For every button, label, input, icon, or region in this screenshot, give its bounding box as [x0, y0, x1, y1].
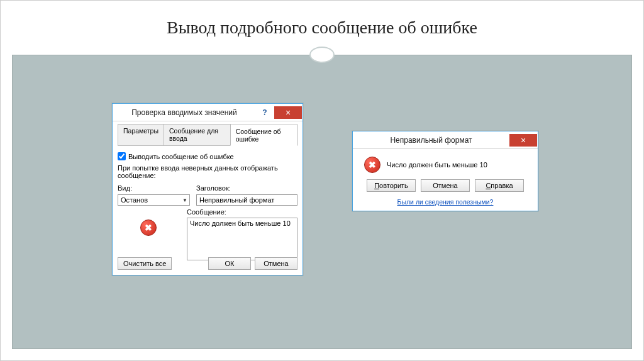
- cancel-button[interactable]: Отмена: [255, 257, 297, 270]
- message-textarea[interactable]: Число должен быть меньше 10: [187, 218, 297, 260]
- error-icon: [364, 157, 380, 173]
- feedback-link[interactable]: Были ли сведения полезными?: [397, 198, 494, 206]
- type-select[interactable]: [118, 194, 190, 206]
- header-label: Заголовок:: [196, 184, 297, 192]
- tab-strip: Параметры Сообщение для ввода Сообщение …: [118, 124, 297, 146]
- dialog-titlebar: Проверка вводимых значений ? ×: [113, 104, 303, 121]
- form-grid: Вид: Заголовок: ▼: [118, 184, 297, 206]
- tab-parameters[interactable]: Параметры: [118, 124, 164, 145]
- data-validation-dialog: Проверка вводимых значений ? × Параметры…: [112, 103, 303, 275]
- slide: Вывод подробного сообщение об ошибке Про…: [0, 0, 644, 361]
- retry-button[interactable]: Повторить: [367, 179, 416, 192]
- cancel-button[interactable]: Отмена: [421, 179, 470, 192]
- decor-ring: [309, 47, 335, 63]
- tab-error-alert[interactable]: Сообщение об ошибке: [230, 125, 298, 146]
- dialog-title: Проверка вводимых значений: [113, 108, 256, 117]
- close-button[interactable]: ×: [274, 106, 302, 119]
- error-message-dialog: Неправильный формат × Число должен быть …: [352, 131, 538, 211]
- message-label: Сообщение:: [187, 208, 297, 216]
- dialog-body: Число должен быть меньше 10 Повторить От…: [353, 149, 538, 211]
- close-button[interactable]: ×: [509, 134, 537, 147]
- error-message-text: Число должен быть меньше 10: [387, 161, 487, 169]
- dialog-title: Неправильный формат: [353, 136, 509, 145]
- slide-body: Проверка вводимых значений ? × Параметры…: [12, 55, 632, 349]
- ok-button[interactable]: ОК: [208, 257, 251, 270]
- clear-all-button[interactable]: Очистить все: [118, 257, 172, 270]
- retry-label-rest: овторить: [379, 182, 408, 189]
- show-error-label: Выводить сообщение об ошибке: [128, 153, 234, 160]
- dialog-body: Параметры Сообщение для ввода Сообщение …: [113, 121, 303, 267]
- show-error-checkbox[interactable]: [118, 152, 126, 160]
- help-button[interactable]: ?: [256, 106, 274, 119]
- instruction-text: При попытке ввода неверных данных отобра…: [118, 164, 297, 179]
- help-button[interactable]: Справка: [475, 179, 524, 192]
- dialog-titlebar: Неправильный формат ×: [353, 131, 538, 149]
- help-label-rest: правка: [491, 182, 513, 189]
- header-input[interactable]: [196, 194, 297, 206]
- tab-input-message[interactable]: Сообщение для ввода: [164, 124, 231, 145]
- type-label: Вид:: [118, 184, 190, 192]
- error-icon: [140, 219, 157, 236]
